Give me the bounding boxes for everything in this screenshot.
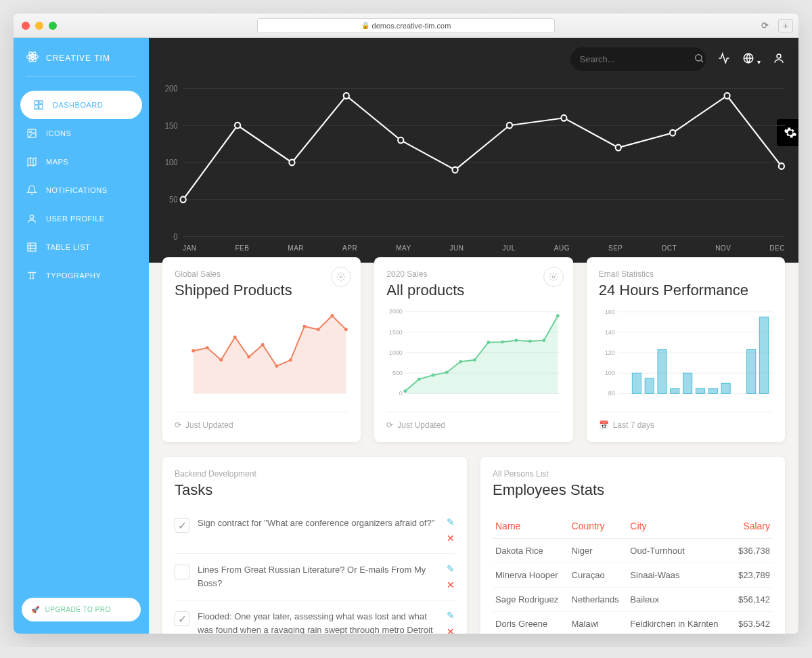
table-row: Dakota RiceNigerOud-Turnhout$36,738 (493, 539, 773, 563)
svg-point-59 (432, 374, 435, 377)
bell-icon (26, 184, 38, 196)
close-window-icon[interactable] (22, 22, 30, 30)
globe-icon[interactable]: ▾ (742, 52, 761, 67)
brand-atom-icon (26, 50, 39, 66)
hero-chart: 050100150200 (162, 85, 785, 240)
svg-point-39 (261, 343, 265, 347)
url-text: demos.creative-tim.com (372, 22, 451, 30)
svg-rect-90 (759, 317, 768, 393)
sidebar-item-dashboard[interactable]: DASHBOARD (20, 91, 142, 119)
svg-text:200: 200 (165, 85, 178, 93)
svg-point-44 (330, 314, 334, 317)
svg-point-22 (235, 123, 240, 129)
svg-rect-81 (645, 378, 654, 394)
upgrade-button[interactable]: 🚀 UPGRADE TO PRO (22, 598, 141, 621)
sidebar-item-notifications[interactable]: NOTIFICATIONS (14, 176, 149, 204)
maximize-window-icon[interactable] (49, 22, 57, 30)
card-category: Global Sales (175, 269, 348, 279)
svg-point-21 (181, 196, 186, 202)
browser-window: 🔒 demos.creative-tim.com ⟳ + CREATIVE TI… (14, 14, 798, 634)
table-header: Country (569, 514, 628, 539)
sidebar-item-user-profile[interactable]: USER PROFILE (14, 204, 149, 233)
delete-icon[interactable]: ✕ (447, 579, 455, 590)
refresh-icon[interactable]: ⟳ (761, 20, 769, 30)
map-icon (26, 156, 38, 168)
svg-point-68 (556, 314, 560, 317)
minimize-window-icon[interactable] (35, 22, 43, 30)
edit-icon[interactable]: ✎ (447, 610, 455, 621)
svg-point-29 (616, 145, 621, 151)
card-footer-text: Just Updated (185, 420, 233, 430)
svg-rect-85 (696, 389, 704, 394)
sidebar-item-maps[interactable]: MAPS (14, 148, 149, 176)
task-checkbox[interactable]: ✓ (175, 611, 189, 626)
svg-rect-86 (708, 389, 717, 394)
svg-point-61 (459, 360, 463, 364)
svg-point-65 (515, 338, 518, 342)
brand-label: CREATIVE TIM (46, 53, 110, 63)
svg-text:1000: 1000 (389, 349, 403, 356)
tasks-card: Backend Development Tasks ✓Sign contract… (162, 457, 467, 634)
edit-icon[interactable]: ✎ (447, 517, 455, 527)
svg-point-27 (507, 123, 512, 129)
svg-point-33 (340, 276, 343, 278)
svg-point-30 (670, 130, 675, 136)
new-tab-button[interactable]: + (778, 19, 793, 32)
svg-point-23 (289, 160, 294, 166)
svg-point-58 (418, 378, 421, 381)
search-icon[interactable] (694, 53, 704, 66)
svg-rect-87 (721, 383, 730, 393)
svg-point-57 (404, 389, 407, 393)
svg-rect-83 (670, 389, 679, 394)
svg-point-62 (473, 358, 476, 361)
gear-icon[interactable] (543, 267, 564, 287)
tasks-category: Backend Development (175, 469, 455, 479)
edit-icon[interactable]: ✎ (447, 563, 455, 574)
user-icon[interactable] (773, 52, 785, 67)
svg-rect-82 (658, 350, 667, 394)
svg-text:0: 0 (173, 232, 178, 240)
svg-text:80: 80 (608, 390, 615, 397)
tasks-title: Tasks (175, 481, 455, 499)
sidebar-item-icons[interactable]: ICONS (14, 119, 149, 148)
url-bar[interactable]: 🔒 demos.creative-tim.com (257, 18, 555, 33)
sidebar-item-label: NOTIFICATIONS (46, 186, 108, 194)
svg-text:140: 140 (605, 329, 615, 336)
table-row: Doris GreeneMalawiFeldkirchen in Kärnten… (493, 612, 773, 634)
card-category: Email Statistics (599, 269, 773, 279)
svg-text:150: 150 (165, 120, 178, 129)
table-header: Salary (731, 514, 773, 539)
svg-text:500: 500 (392, 370, 403, 376)
task-row: Lines From Great Russian Literature? Or … (175, 554, 455, 600)
svg-point-35 (206, 346, 209, 349)
brand[interactable]: CREATIVE TIM (14, 50, 149, 76)
employees-title: Employees Stats (493, 481, 773, 499)
svg-point-43 (317, 328, 320, 331)
svg-point-6 (30, 215, 33, 219)
svg-rect-80 (632, 373, 641, 393)
delete-icon[interactable]: ✕ (447, 533, 455, 544)
task-checkbox[interactable] (175, 565, 189, 579)
search-input[interactable] (570, 47, 706, 71)
stat-card-0: Global SalesShipped Products⟳Just Update… (162, 257, 361, 442)
activity-icon[interactable] (718, 52, 730, 67)
svg-point-34 (191, 349, 195, 353)
refresh-icon: ⟳ (386, 420, 393, 430)
table-header: City (627, 514, 731, 539)
svg-point-31 (724, 93, 729, 99)
sidebar-item-table-list[interactable]: TABLE LIST (14, 233, 149, 261)
svg-point-24 (344, 93, 349, 99)
search-field[interactable] (580, 54, 694, 64)
sidebar-item-typography[interactable]: TYPOGRAPHY (14, 261, 149, 290)
svg-point-67 (543, 338, 546, 342)
delete-icon[interactable]: ✕ (447, 626, 455, 634)
hero-panel: ▾ 050100150200 JANFEBMARAPRMAYJUNJULAUGS… (149, 38, 798, 263)
svg-point-38 (247, 355, 250, 359)
card-title: All products (386, 282, 560, 299)
svg-point-5 (30, 131, 32, 133)
lock-icon: 🔒 (361, 22, 369, 29)
type-icon (26, 269, 38, 282)
task-text: Sign contract for "What are conference o… (198, 517, 438, 530)
task-checkbox[interactable]: ✓ (175, 518, 189, 533)
svg-text:2000: 2000 (389, 308, 403, 315)
